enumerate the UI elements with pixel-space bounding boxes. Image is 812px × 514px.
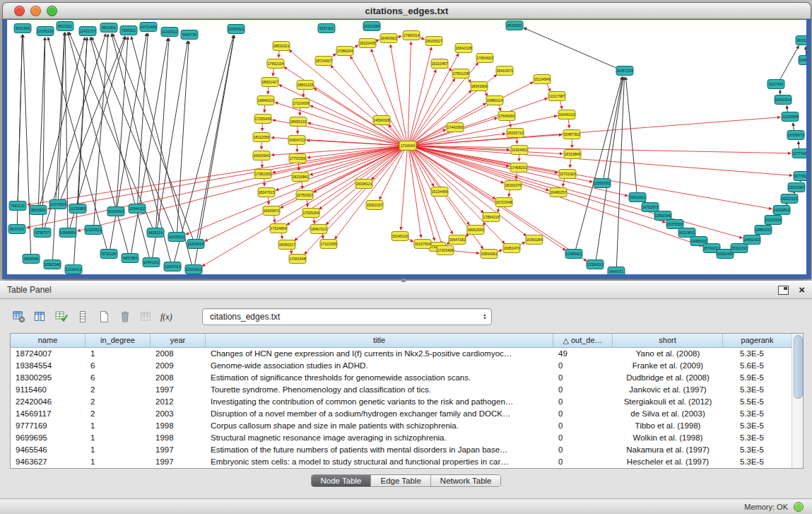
graph-node[interactable]: 9940371 (608, 267, 625, 275)
cell-name[interactable]: 9115460 (11, 384, 86, 396)
cell-short[interactable]: Dudbridge et al. (2008) (613, 372, 723, 384)
graph-node[interactable]: 16319845 (564, 150, 581, 159)
graph-node[interactable]: 14399810 (773, 206, 790, 215)
cell-short[interactable]: Hescheler et al. (1997) (613, 456, 723, 468)
graph-node[interactable]: 17210036 (293, 99, 310, 108)
graph-node[interactable]: 15834061 (481, 250, 498, 259)
graph-node[interactable]: 14651423 (743, 235, 760, 245)
close-panel-icon[interactable]: × (799, 285, 805, 295)
cell-pagerank[interactable]: 5.3E-5 (723, 408, 792, 420)
graph-node[interactable]: 18410973 (496, 66, 513, 76)
cell-title[interactable]: Structural magnetic resonance image aver… (206, 432, 553, 444)
graph-node[interactable]: 20160501 (107, 207, 124, 216)
cell-out_degree[interactable]: 0 (553, 456, 613, 468)
column-header-in_degree[interactable]: in_degree (86, 334, 151, 348)
cell-short[interactable]: Wolkin et al. (1998) (613, 432, 723, 444)
graph-node[interactable]: 11316412 (65, 265, 82, 274)
table-row[interactable]: 1872400712008Changes of HCN gene express… (11, 348, 792, 360)
graph-node[interactable]: 15134456 (431, 187, 448, 197)
column-selector-icon[interactable] (31, 308, 49, 325)
graph-node[interactable]: 18220435 (359, 39, 376, 48)
cell-name[interactable]: 18724007 (11, 348, 86, 360)
cell-year[interactable]: 1998 (151, 420, 206, 432)
column-header-name[interactable]: name (11, 334, 86, 348)
graph-node[interactable]: 15487302 (563, 130, 580, 139)
table-disabled-icon[interactable] (137, 308, 155, 325)
cell-short[interactable]: de Silva et al. (2003) (613, 408, 723, 420)
graph-node[interactable]: 16952470 (503, 244, 520, 253)
graph-node[interactable]: 12773421 (792, 149, 806, 158)
graph-node[interactable]: 16480257 (550, 188, 567, 197)
graph-node[interactable]: 15245120 (392, 232, 408, 241)
cell-pagerank[interactable]: 5.9E-5 (723, 372, 792, 384)
graph-node[interactable]: 17086204 (336, 47, 353, 56)
graph-node[interactable]: 8533092 (506, 21, 523, 30)
row-tools-icon[interactable] (73, 308, 92, 325)
graph-node[interactable]: 18062530 (467, 226, 484, 235)
cell-name[interactable]: 9699695 (11, 432, 86, 444)
graph-node[interactable]: 15731920 (559, 170, 576, 179)
graph-node[interactable]: 16046210 (558, 110, 575, 119)
graph-node[interactable]: 16038121 (355, 180, 372, 189)
graph-node[interactable]: 10908654 (59, 228, 76, 238)
column-header-title[interactable]: title (206, 334, 553, 348)
graph-node[interactable]: 17894215 (483, 213, 500, 222)
graph-node[interactable]: 11550032 (594, 179, 611, 188)
column-header-pagerank[interactable]: pagerank (723, 334, 792, 348)
cell-in_degree[interactable]: 1 (86, 456, 151, 468)
graph-node[interactable]: 16750923 (296, 191, 313, 200)
table-row[interactable]: 911546021997Tourette syndrome. Phenomeno… (11, 384, 792, 396)
cell-out_degree[interactable]: 0 (553, 360, 613, 372)
graph-node[interactable]: 10092214 (775, 95, 792, 105)
graph-node[interactable]: 17692104 (267, 59, 284, 69)
table-row[interactable]: 977716911998Corpus callosum shape and si… (11, 420, 792, 432)
cell-pagerank[interactable]: 5.6E-5 (723, 360, 792, 372)
graph-node[interactable]: 18150376 (505, 181, 522, 190)
cell-in_degree[interactable]: 2 (86, 408, 151, 420)
graph-node[interactable]: 7583921 (120, 26, 137, 35)
close-window-button[interactable] (14, 6, 25, 16)
cell-short[interactable]: Stergiakouli et al. (2012) (613, 396, 723, 408)
cell-year[interactable]: 1997 (151, 384, 206, 396)
table-source-dropdown[interactable]: citations_edges.txt ▲▼ (202, 308, 492, 325)
cell-out_degree[interactable]: 0 (553, 420, 613, 432)
cell-in_degree[interactable]: 1 (86, 444, 151, 456)
table-mode-icon[interactable] (10, 308, 28, 325)
graph-node[interactable]: 8637023 (8, 225, 25, 234)
cell-pagerank[interactable]: 5.3E-5 (723, 432, 792, 444)
cell-title[interactable]: Disruption of a novel member of a sodium… (206, 408, 553, 420)
graph-node[interactable]: 15533987 (788, 183, 805, 192)
graph-node[interactable]: 16881533 (755, 226, 772, 235)
graph-node[interactable]: 10235221 (168, 233, 185, 242)
graph-node[interactable]: 17793350 (289, 154, 306, 163)
column-header-short[interactable]: short (613, 334, 723, 348)
cell-year[interactable]: 2008 (151, 372, 206, 384)
cell-short[interactable]: Franke et al. (2009) (613, 360, 723, 372)
cell-year[interactable]: 1998 (151, 432, 206, 444)
graph-node[interactable]: 17960314 (403, 31, 420, 40)
graph-node[interactable]: 14702873 (642, 203, 659, 212)
graph-node[interactable]: 16620943 (253, 151, 270, 160)
graph-node[interactable]: 18235710 (507, 129, 524, 138)
graph-node[interactable]: 17253408 (437, 246, 454, 255)
graph-node[interactable]: 15322210 (731, 244, 748, 253)
graph-node[interactable]: 12520912 (185, 265, 202, 274)
graph-node[interactable]: 16003125 (781, 194, 798, 204)
graph-node[interactable]: 17061548 (289, 255, 306, 264)
cell-name[interactable]: 9465546 (11, 444, 86, 456)
graph-node[interactable]: 9790757 (34, 228, 51, 238)
graph-node[interactable]: 9457384 (122, 254, 139, 263)
cell-name[interactable]: 14569117 (11, 408, 86, 420)
column-header-year[interactable]: year (151, 334, 206, 348)
cell-in_degree[interactable]: 2 (86, 384, 151, 396)
graph-node-hub[interactable]: 1724043 (399, 141, 416, 151)
graph-node[interactable]: 11929014 (187, 240, 204, 249)
graph-node[interactable]: 15902237 (366, 201, 383, 210)
graph-node[interactable]: 10441101 (143, 258, 160, 267)
cell-title[interactable]: Tourette syndrome. Phenomenology and cla… (206, 384, 553, 396)
float-panel-icon[interactable] (778, 286, 789, 295)
graph-node[interactable]: 16778204 (794, 172, 806, 181)
graph-node[interactable]: 11220568 (782, 112, 799, 122)
graph-node[interactable]: 15610021 (629, 193, 646, 202)
cell-name[interactable]: 9463627 (11, 456, 86, 468)
